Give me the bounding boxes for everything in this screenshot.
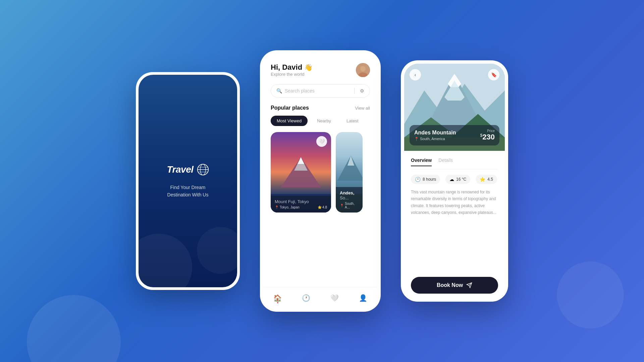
avatar[interactable]	[356, 63, 370, 77]
hero-place-location: 📍 South, America	[414, 137, 456, 141]
card-city-andes: So...	[340, 195, 349, 200]
svg-point-6	[360, 66, 366, 71]
search-icon: 🔍	[276, 88, 282, 94]
splash-subtitle: Find Your Dream Destination With Us	[167, 184, 209, 199]
section-title: Popular places	[271, 105, 309, 111]
main-screen: Hi, David 👋 Explore the world 🔍 Search	[263, 54, 377, 308]
stat-duration: 🕐 8 hours	[411, 175, 440, 184]
description-text: This vast mountain range is renowned for…	[411, 189, 498, 216]
cards-row: 🤍 Mount Fuji, Tokyo 📍 Tokyo, Japan ⭐	[271, 132, 370, 213]
user-icon: 👤	[359, 294, 367, 302]
tab-nearby[interactable]: Nearby	[311, 116, 337, 126]
filter-icon[interactable]: ⚙	[360, 88, 364, 94]
tabs-row: Most Viewed Nearby Latest	[271, 116, 370, 126]
book-btn-label: Book Now	[437, 282, 463, 288]
star-icon-fuji: ⭐	[318, 205, 322, 209]
nav-home[interactable]: 🏠	[273, 294, 282, 302]
location-pin-icon: 📍	[275, 205, 279, 209]
tab-overview[interactable]: Overview	[411, 158, 432, 166]
stat-rating: ⭐ 4.5	[476, 175, 497, 184]
stat-temp-value: 16 °C	[456, 177, 466, 182]
stats-row: 🕐 8 hours ☁ 16 °C ⭐ 4.5	[411, 175, 498, 184]
card-andes-preview[interactable]: Andes, So... 📍South, A...	[336, 132, 363, 213]
main-content: Hi, David 👋 Explore the world 🔍 Search	[263, 54, 377, 287]
splash-logo: Travel	[167, 164, 209, 176]
home-icon: 🏠	[273, 294, 282, 302]
header-row: Hi, David 👋 Explore the world	[271, 63, 370, 83]
detail-screen: ‹ 🔖 Andes Mountain 📍 South, America Pric…	[404, 64, 505, 298]
card-city-fuji: , Tokyo	[295, 199, 309, 204]
section-header: Popular places View all	[271, 105, 370, 111]
phone1-splash: Travel Find Your Dream Destination With …	[136, 72, 240, 290]
price-value: $230	[480, 133, 495, 141]
search-placeholder: Search places	[285, 88, 349, 94]
search-divider	[354, 88, 355, 94]
nav-active-dot	[277, 302, 278, 303]
heart-button[interactable]: 🤍	[316, 136, 327, 147]
phone3-detail: ‹ 🔖 Andes Mountain 📍 South, America Pric…	[401, 60, 508, 302]
greeting-subtitle: Explore the world	[271, 72, 313, 77]
avatar-image	[356, 63, 370, 77]
hero-image: ‹ 🔖 Andes Mountain 📍 South, America Pric…	[404, 64, 505, 151]
fuji-mountain-svg	[271, 154, 331, 194]
card-mount-fuji[interactable]: 🤍 Mount Fuji, Tokyo 📍 Tokyo, Japan ⭐	[271, 132, 331, 213]
card-rating-fuji: ⭐ 4.8	[318, 205, 327, 209]
price-label: Price	[480, 129, 495, 133]
card-meta-andes: 📍South, A...	[340, 202, 359, 209]
nav-profile[interactable]: 👤	[359, 294, 367, 302]
nav-favorites[interactable]: 🤍	[330, 294, 339, 302]
app-title: Travel	[167, 164, 194, 175]
card-location-andes: 📍South, A...	[340, 202, 359, 209]
card-name-fuji: Mount Fuji, Tokyo	[275, 199, 327, 204]
bottom-nav: 🏠 🕐 🤍 👤	[263, 287, 377, 308]
card-location-fuji: 📍 Tokyo, Japan	[275, 205, 300, 209]
card-name-andes: Andes, So...	[340, 190, 359, 200]
hero-info-overlay: Andes Mountain 📍 South, America Price $2…	[410, 125, 499, 145]
save-button[interactable]: 🔖	[488, 69, 499, 80]
book-now-button[interactable]: Book Now	[411, 277, 498, 294]
cloud-icon: ☁	[449, 177, 454, 182]
back-button[interactable]: ‹	[410, 69, 421, 80]
location-icon-hero: 📍	[414, 137, 419, 141]
greeting-block: Hi, David 👋 Explore the world	[271, 63, 313, 83]
overview-tabs: Overview Details	[411, 158, 498, 169]
card-meta-fuji: 📍 Tokyo, Japan ⭐ 4.8	[275, 205, 327, 209]
hero-price-block: Price $230	[480, 129, 495, 141]
heart-nav-icon: 🤍	[330, 294, 339, 302]
send-icon	[466, 282, 472, 288]
stat-temperature: ☁ 16 °C	[445, 175, 470, 184]
svg-marker-10	[298, 157, 304, 164]
stat-rating-value: 4.5	[487, 177, 493, 182]
card-info-andes: Andes, So... 📍South, A...	[336, 187, 363, 213]
splash-screen: Travel Find Your Dream Destination With …	[139, 75, 237, 287]
clock-icon: 🕐	[302, 294, 310, 302]
card-info-fuji: Mount Fuji, Tokyo 📍 Tokyo, Japan ⭐ 4.8	[271, 196, 331, 213]
search-bar[interactable]: 🔍 Search places ⚙	[271, 84, 370, 98]
clock-stat-icon: 🕐	[415, 177, 421, 182]
view-all-button[interactable]: View all	[355, 106, 370, 111]
phone2-main: Hi, David 👋 Explore the world 🔍 Search	[260, 50, 381, 312]
stat-duration-value: 8 hours	[423, 177, 436, 182]
hero-place-info: Andes Mountain 📍 South, America	[414, 130, 456, 141]
nav-history[interactable]: 🕐	[302, 294, 310, 302]
globe-icon	[197, 164, 209, 176]
tab-most-viewed[interactable]: Most Viewed	[271, 116, 308, 126]
star-stat-icon: ⭐	[480, 177, 485, 182]
tab-latest[interactable]: Latest	[340, 116, 364, 126]
wave-emoji: 👋	[304, 63, 313, 71]
tab-details[interactable]: Details	[438, 158, 453, 166]
hero-place-name: Andes Mountain	[414, 130, 456, 136]
detail-content: Overview Details 🕐 8 hours ☁ 16 °C ⭐ 4.5	[404, 151, 505, 272]
greeting-name: Hi, David	[271, 63, 302, 72]
